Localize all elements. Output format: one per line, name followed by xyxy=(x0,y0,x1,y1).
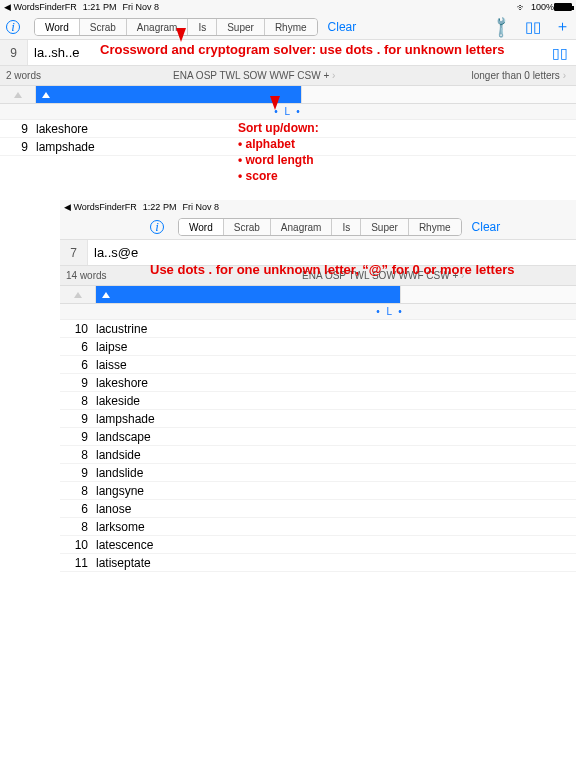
row-score: 9 xyxy=(60,430,96,444)
query-row: 7 la..s@e xyxy=(60,240,576,266)
list-item[interactable]: 10latescence xyxy=(60,536,576,554)
row-score: 11 xyxy=(60,556,96,570)
info-icon[interactable]: i xyxy=(6,20,20,34)
row-score: 9 xyxy=(60,412,96,426)
results-header: 14 words ENA OSP TWL SOW WWF CSW + › lon… xyxy=(60,266,576,286)
row-score: 8 xyxy=(60,394,96,408)
sort-col-length[interactable] xyxy=(301,86,576,103)
lookup-icon[interactable]: ▯▯ xyxy=(544,45,576,61)
word-count: 2 words xyxy=(0,70,47,81)
status-date: Fri Nov 8 xyxy=(182,202,219,212)
row-word: lampshade xyxy=(96,412,576,426)
list-item[interactable]: 9lakeshore xyxy=(0,120,576,138)
row-word: lacustrine xyxy=(96,322,576,336)
back-app-link[interactable]: ◀︎ WordsFinderFR xyxy=(64,202,137,212)
row-score: 9 xyxy=(0,122,36,136)
list-item[interactable]: 8lakeside xyxy=(60,392,576,410)
wordlists-button[interactable]: ENA OSP TWL SOW WWF CSW + › xyxy=(47,70,465,81)
arrow-down-icon xyxy=(270,96,280,110)
row-word: lakeshore xyxy=(36,122,576,136)
add-icon[interactable]: ＋ xyxy=(555,17,570,36)
query-row: 9 la..sh..e ▯▯ xyxy=(0,40,576,66)
seg-rhyme[interactable]: Rhyme xyxy=(265,19,317,35)
battery-percent: 100% xyxy=(531,2,554,12)
clear-button[interactable]: Clear xyxy=(328,20,357,34)
seg-scrab[interactable]: Scrab xyxy=(80,19,127,35)
list-item[interactable]: 6lanose xyxy=(60,500,576,518)
list-item[interactable]: 9lampshade xyxy=(60,410,576,428)
row-score: 9 xyxy=(0,140,36,154)
row-score: 8 xyxy=(60,484,96,498)
row-word: lanose xyxy=(96,502,576,516)
row-word: latiseptate xyxy=(96,556,576,570)
sort-col-alpha[interactable] xyxy=(96,286,400,303)
seg-anagram[interactable]: Anagram xyxy=(271,219,333,235)
sort-col-alpha[interactable] xyxy=(36,86,301,103)
clear-button[interactable]: Clear xyxy=(472,220,501,234)
section-letter: • L • xyxy=(0,104,576,120)
query-input[interactable]: la..sh..e xyxy=(28,45,544,60)
list-item[interactable]: 8larksome xyxy=(60,518,576,536)
row-word: lakeside xyxy=(96,394,576,408)
info-icon[interactable]: i xyxy=(150,220,164,234)
list-item[interactable]: 10lacustrine xyxy=(60,320,576,338)
sort-col-length[interactable] xyxy=(400,286,576,303)
row-word: landscape xyxy=(96,430,576,444)
settings-icon[interactable]: 🔧 xyxy=(488,13,514,39)
list-item[interactable]: 9landslide xyxy=(60,464,576,482)
list-item[interactable]: 8landside xyxy=(60,446,576,464)
list-item[interactable]: 11latiseptate xyxy=(60,554,576,572)
sort-row xyxy=(60,286,576,304)
status-date: Fri Nov 8 xyxy=(122,2,159,12)
wordlists-button[interactable]: ENA OSP TWL SOW WWF CSW + › xyxy=(113,270,576,281)
seg-is[interactable]: Is xyxy=(332,219,361,235)
chevron-right-icon: › xyxy=(332,70,339,81)
seg-super[interactable]: Super xyxy=(217,19,265,35)
row-score: 9 xyxy=(60,376,96,390)
row-word: landslide xyxy=(96,466,576,480)
row-word: lampshade xyxy=(36,140,576,154)
sort-col-score[interactable] xyxy=(0,86,36,103)
seg-word[interactable]: Word xyxy=(179,219,224,235)
arrow-down-icon xyxy=(176,28,186,42)
sort-col-score[interactable] xyxy=(60,286,96,303)
bookmarks-icon[interactable]: ▯▯ xyxy=(525,18,541,36)
list-item[interactable]: 6laipse xyxy=(60,338,576,356)
back-app-link[interactable]: ◀︎ WordsFinderFR xyxy=(4,2,77,12)
results-list: 9lakeshore 9lampshade xyxy=(0,120,576,156)
seg-word[interactable]: Word xyxy=(35,19,80,35)
toolbar: i Word Scrab Anagram Is Super Rhyme Clea… xyxy=(0,14,576,40)
row-word: landside xyxy=(96,448,576,462)
seg-is[interactable]: Is xyxy=(188,19,217,35)
query-length: 9 xyxy=(0,40,28,65)
seg-super[interactable]: Super xyxy=(361,219,409,235)
chevron-right-icon: › xyxy=(461,270,468,281)
length-filter-button[interactable]: longer than 0 letters › xyxy=(465,70,576,81)
seg-scrab[interactable]: Scrab xyxy=(224,219,271,235)
word-count: 14 words xyxy=(60,270,113,281)
row-score: 10 xyxy=(60,322,96,336)
query-length: 7 xyxy=(60,240,88,265)
row-score: 8 xyxy=(60,448,96,462)
row-score: 6 xyxy=(60,358,96,372)
status-bar: ◀︎ WordsFinderFR 1:22 PM Fri Nov 8 xyxy=(60,200,576,214)
mode-segmented[interactable]: Word Scrab Anagram Is Super Rhyme xyxy=(178,218,462,236)
list-item[interactable]: 9lampshade xyxy=(0,138,576,156)
chevron-right-icon: › xyxy=(563,70,570,81)
row-score: 10 xyxy=(60,538,96,552)
query-input[interactable]: la..s@e xyxy=(88,245,576,260)
row-score: 8 xyxy=(60,520,96,534)
row-score: 9 xyxy=(60,466,96,480)
row-word: lakeshore xyxy=(96,376,576,390)
wifi-icon: ᯤ xyxy=(517,2,527,13)
list-item[interactable]: 8langsyne xyxy=(60,482,576,500)
list-item[interactable]: 9landscape xyxy=(60,428,576,446)
results-header: 2 words ENA OSP TWL SOW WWF CSW + › long… xyxy=(0,66,576,86)
seg-rhyme[interactable]: Rhyme xyxy=(409,219,461,235)
list-item[interactable]: 6laisse xyxy=(60,356,576,374)
row-word: laisse xyxy=(96,358,576,372)
list-item[interactable]: 9lakeshore xyxy=(60,374,576,392)
row-word: latescence xyxy=(96,538,576,552)
toolbar: i Word Scrab Anagram Is Super Rhyme Clea… xyxy=(60,214,576,240)
row-word: laipse xyxy=(96,340,576,354)
